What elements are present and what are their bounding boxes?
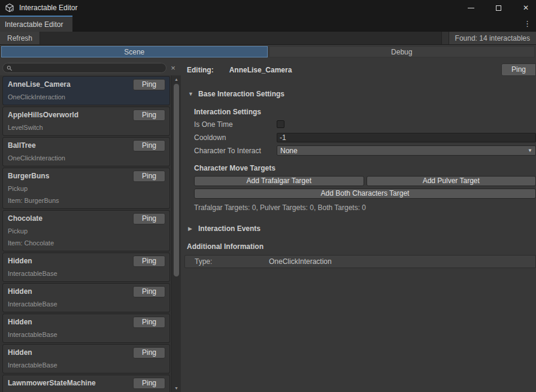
list-item[interactable]: Hidden InteractableBase Ping — [2, 283, 170, 312]
type-label: Type: — [185, 257, 269, 266]
kebab-menu-icon[interactable]: ⋮ — [521, 16, 534, 32]
editing-target-name: AnneLise_Camera — [229, 66, 292, 74]
add-pulver-target-button[interactable]: Add Pulver Target — [367, 176, 536, 186]
character-to-interact-label: Character To Interact — [194, 147, 277, 155]
ping-button[interactable]: Ping — [133, 110, 165, 121]
cooldown-field[interactable] — [277, 133, 536, 142]
tab-interactable-editor[interactable]: Interactable Editor — [0, 16, 72, 32]
toolbar-divider — [441, 32, 449, 44]
interaction-events-foldout[interactable]: ▶ Interaction Events — [188, 224, 536, 233]
list-item[interactable]: Hidden InteractableBase Ping — [2, 253, 170, 282]
character-to-interact-dropdown[interactable]: None ▼ — [277, 145, 536, 156]
refresh-button[interactable]: Refresh — [0, 32, 40, 44]
item-extra: Item: Chocolate — [8, 239, 165, 247]
clear-search-button[interactable]: × — [166, 63, 180, 73]
list-item[interactable]: Chocolate Pickup Item: Chocolate Ping — [2, 210, 170, 251]
is-one-time-label: Is One Time — [194, 120, 277, 129]
add-both-characters-target-button[interactable]: Add Both Characters Target — [194, 189, 536, 199]
list-item[interactable]: Hidden InteractableBase Ping — [2, 344, 170, 373]
character-move-targets-header: Character Move Targets — [194, 164, 536, 172]
title-bar: Interactable Editor ✕ — [0, 0, 536, 16]
item-type: OneClickInteraction — [8, 154, 165, 162]
tab-scene[interactable]: Scene — [1, 46, 268, 57]
list-item[interactable]: BallTree OneClickInteraction Ping — [2, 137, 170, 166]
scroll-up-icon[interactable]: ▲ — [174, 75, 178, 83]
editing-label: Editing: — [187, 66, 214, 74]
list-scrollbar[interactable]: ▲ ▼ — [171, 75, 181, 392]
unity-cube-icon — [5, 3, 14, 13]
item-type: InteractableBase — [8, 300, 165, 308]
ping-button[interactable]: Ping — [133, 79, 165, 90]
editor-ping-button[interactable]: Ping — [501, 63, 536, 76]
item-type: Pickup — [8, 227, 165, 235]
list-item[interactable]: BurgerBuns Pickup Item: BurgerBuns Ping — [2, 168, 170, 209]
foldout-open-icon: ▼ — [188, 91, 194, 97]
window-title: Interactable Editor — [19, 4, 77, 12]
item-extra: Item: BurgerBuns — [8, 197, 165, 205]
list-item[interactable]: AppleHillsOverworld LevelSwitch Ping — [2, 107, 170, 136]
list-item[interactable]: LawnmowerStateMachine OneClickInteractio… — [2, 375, 170, 392]
ping-button[interactable]: Ping — [133, 256, 165, 267]
close-button[interactable]: ✕ — [522, 4, 530, 12]
chevron-down-icon: ▼ — [528, 148, 532, 153]
item-type: OneClickInteraction — [8, 93, 165, 101]
list-item[interactable]: AnneLise_Camera OneClickInteraction Ping — [2, 76, 170, 105]
item-type: InteractableBase — [8, 270, 165, 278]
item-type: Pickup — [8, 185, 165, 193]
search-input[interactable] — [13, 65, 162, 72]
found-count-label: Found: 14 interactables — [449, 32, 536, 44]
maximize-button[interactable] — [494, 4, 502, 12]
interactable-editor-window: Interactable Editor ✕ Interactable Edito… — [0, 0, 536, 392]
search-input-box[interactable] — [2, 63, 166, 73]
interactable-list: AnneLise_Camera OneClickInteraction Ping… — [0, 75, 171, 392]
type-value: OneClickInteraction — [269, 257, 332, 266]
ping-button[interactable]: Ping — [133, 378, 165, 389]
document-tab-strip: Interactable Editor ⋮ — [0, 16, 536, 32]
ping-button[interactable]: Ping — [133, 317, 165, 328]
ping-button[interactable]: Ping — [133, 140, 165, 151]
item-type: LevelSwitch — [8, 124, 165, 132]
interaction-settings-header: Interaction Settings — [194, 108, 536, 116]
targets-summary: Trafalgar Targets: 0, Pulver Targets: 0,… — [194, 203, 536, 212]
search-icon — [7, 65, 13, 71]
view-tabs: Scene Debug — [0, 45, 536, 57]
scrollbar-thumb[interactable] — [174, 84, 179, 276]
add-trafalgar-target-button[interactable]: Add Trafalgar Target — [194, 176, 364, 186]
foldout-closed-icon: ▶ — [188, 226, 194, 232]
toolbar: Refresh Found: 14 interactables — [0, 32, 536, 45]
is-one-time-checkbox[interactable] — [277, 120, 284, 128]
item-type: InteractableBase — [8, 361, 165, 369]
minimize-button[interactable] — [467, 4, 475, 12]
interactable-list-panel: × AnneLise_Camera OneClickInteraction Pi… — [0, 57, 181, 392]
item-type: InteractableBase — [8, 331, 165, 339]
editor-panel: Editing: AnneLise_Camera Ping ▼ Base Int… — [181, 57, 536, 392]
scroll-down-icon[interactable]: ▼ — [174, 384, 178, 392]
ping-button[interactable]: Ping — [133, 171, 165, 182]
additional-information-header: Additional Information — [187, 242, 536, 251]
list-item[interactable]: Hidden InteractableBase Ping — [2, 314, 170, 343]
ping-button[interactable]: Ping — [133, 347, 165, 358]
base-interaction-settings-foldout[interactable]: ▼ Base Interaction Settings — [188, 90, 536, 98]
ping-button[interactable]: Ping — [133, 213, 165, 224]
ping-button[interactable]: Ping — [133, 286, 165, 297]
type-info-row: Type: OneClickInteraction — [184, 255, 536, 268]
tab-debug[interactable]: Debug — [269, 46, 535, 57]
cooldown-label: Cooldown — [194, 133, 277, 142]
